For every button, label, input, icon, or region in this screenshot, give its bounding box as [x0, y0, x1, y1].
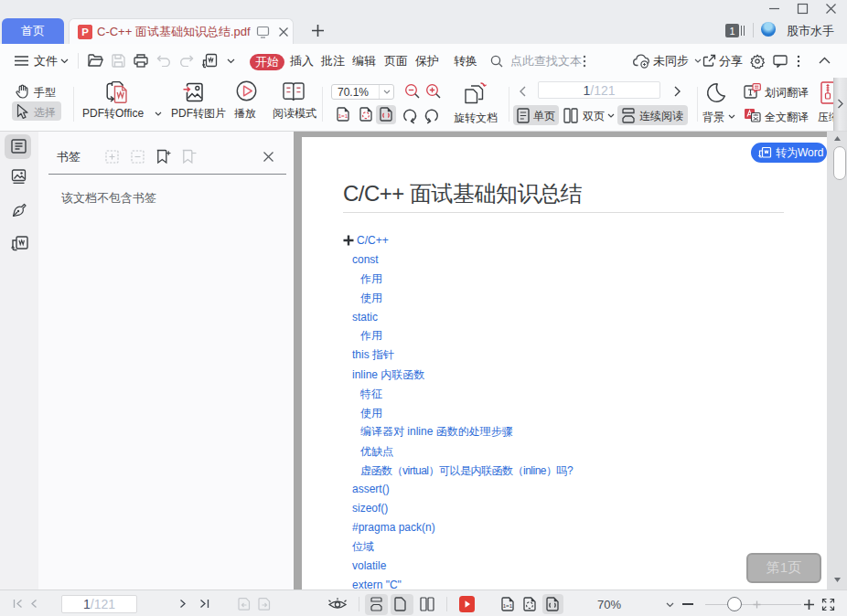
svg-text:1=1: 1=1 [503, 602, 513, 609]
svg-text:P: P [81, 27, 89, 37]
svg-text:1=1: 1=1 [338, 112, 348, 119]
